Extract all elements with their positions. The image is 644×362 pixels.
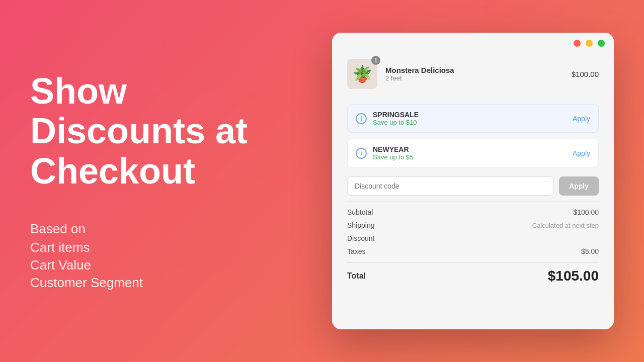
discount-card-newyear: i NEWYEAR Save up to $5 Apply [347, 139, 599, 167]
total-label: Total [347, 272, 366, 281]
discount-code-input[interactable] [347, 176, 554, 196]
total-row: Total $105.00 [347, 262, 599, 284]
apply-newyear-button[interactable]: Apply [573, 149, 590, 157]
shipping-label: Shipping [347, 221, 375, 229]
product-info: Monstera Deliciosa 2 feet [385, 66, 564, 82]
discount-save-springsale: Save up to $10 [373, 119, 567, 126]
summary-discount-row: Discount [347, 234, 599, 242]
window-titlebar [332, 33, 614, 54]
discount-label: Discount [347, 234, 374, 242]
checkout-window: 🪴 1 Monstera Deliciosa 2 feet $100.00 i … [332, 33, 614, 329]
product-price: $100.00 [572, 70, 599, 78]
product-description: 2 feet [385, 74, 564, 82]
discount-apply-button[interactable]: Apply [559, 176, 599, 196]
total-value: $105.00 [548, 268, 599, 284]
product-image-wrap: 🪴 1 [347, 59, 377, 89]
subtotal-label: Subtotal [347, 208, 373, 216]
discount-details-newyear: NEWYEAR Save up to $5 [373, 145, 567, 161]
discount-code-name-springsale: SPRINGSALE [373, 111, 567, 119]
info-icon-newyear: i [356, 148, 367, 159]
main-title: Show Discounts at Checkout [30, 71, 272, 191]
based-on-section: Based on Cart items Cart Value Customer … [30, 221, 272, 291]
based-on-customer-segment: Customer Segment [30, 275, 272, 291]
summary-divider [347, 202, 599, 202]
product-row: 🪴 1 Monstera Deliciosa 2 feet $100.00 [347, 59, 599, 94]
subtotal-value: $100.00 [573, 208, 599, 216]
product-name: Monstera Deliciosa [385, 66, 564, 74]
close-icon[interactable] [574, 40, 581, 47]
summary-taxes-row: Taxes $5.00 [347, 247, 599, 255]
based-on-cart-items: Cart items [30, 240, 272, 255]
based-on-cart-value: Cart Value [30, 257, 272, 273]
maximize-icon[interactable] [598, 40, 605, 47]
discount-code-name-newyear: NEWYEAR [373, 145, 567, 153]
discount-save-newyear: Save up to $5 [373, 153, 567, 161]
minimize-icon[interactable] [586, 40, 593, 47]
summary-subtotal-row: Subtotal $100.00 [347, 208, 599, 216]
based-on-label: Based on [30, 221, 272, 237]
discount-input-row: Apply [347, 176, 599, 196]
checkout-content: 🪴 1 Monstera Deliciosa 2 feet $100.00 i … [332, 54, 614, 329]
apply-springsale-button[interactable]: Apply [573, 115, 590, 123]
product-quantity-badge: 1 [371, 56, 380, 65]
discount-details-springsale: SPRINGSALE Save up to $10 [373, 111, 567, 126]
taxes-label: Taxes [347, 247, 366, 255]
taxes-value: $5.00 [581, 247, 599, 255]
info-icon-springsale: i [356, 113, 367, 124]
left-panel: Show Discounts at Checkout Based on Cart… [30, 71, 272, 291]
summary-shipping-row: Shipping Calculated at next step [347, 221, 599, 229]
shipping-value: Calculated at next step [532, 222, 599, 229]
discount-card-springsale: i SPRINGSALE Save up to $10 Apply [347, 104, 599, 133]
